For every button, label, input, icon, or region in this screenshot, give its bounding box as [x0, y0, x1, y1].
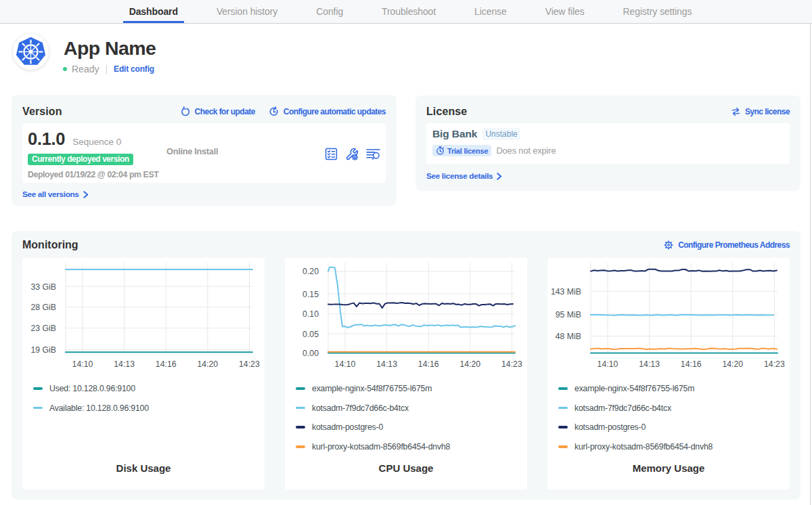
svg-text:48 MiB: 48 MiB	[556, 332, 581, 341]
svg-text:0.10: 0.10	[302, 309, 319, 319]
svg-text:33 GiB: 33 GiB	[30, 282, 56, 292]
svg-text:0.05: 0.05	[302, 330, 319, 339]
svg-text:14:10: 14:10	[335, 359, 356, 369]
svg-text:14:23: 14:23	[239, 359, 260, 369]
svg-text:14:16: 14:16	[156, 359, 177, 369]
svg-text:14:13: 14:13	[376, 359, 397, 369]
svg-text:143 MiB: 143 MiB	[551, 287, 581, 297]
svg-text:14:10: 14:10	[72, 359, 93, 369]
svg-text:14:20: 14:20	[197, 359, 218, 369]
svg-text:14:23: 14:23	[764, 359, 785, 369]
svg-text:14:10: 14:10	[597, 359, 618, 369]
svg-text:0.20: 0.20	[302, 267, 319, 276]
svg-text:14:20: 14:20	[459, 359, 480, 369]
svg-text:14:13: 14:13	[114, 359, 135, 369]
svg-text:19 GiB: 19 GiB	[30, 345, 56, 355]
svg-text:23 GiB: 23 GiB	[30, 324, 56, 333]
svg-text:14:20: 14:20	[722, 359, 743, 369]
svg-text:14:23: 14:23	[501, 359, 522, 369]
svg-text:14:16: 14:16	[681, 359, 702, 369]
svg-text:0.00: 0.00	[302, 349, 319, 358]
svg-text:14:13: 14:13	[639, 359, 660, 369]
svg-text:14:16: 14:16	[418, 359, 439, 369]
svg-text:28 GiB: 28 GiB	[30, 303, 56, 312]
svg-text:95 MiB: 95 MiB	[556, 310, 581, 320]
svg-text:0.15: 0.15	[302, 290, 319, 299]
